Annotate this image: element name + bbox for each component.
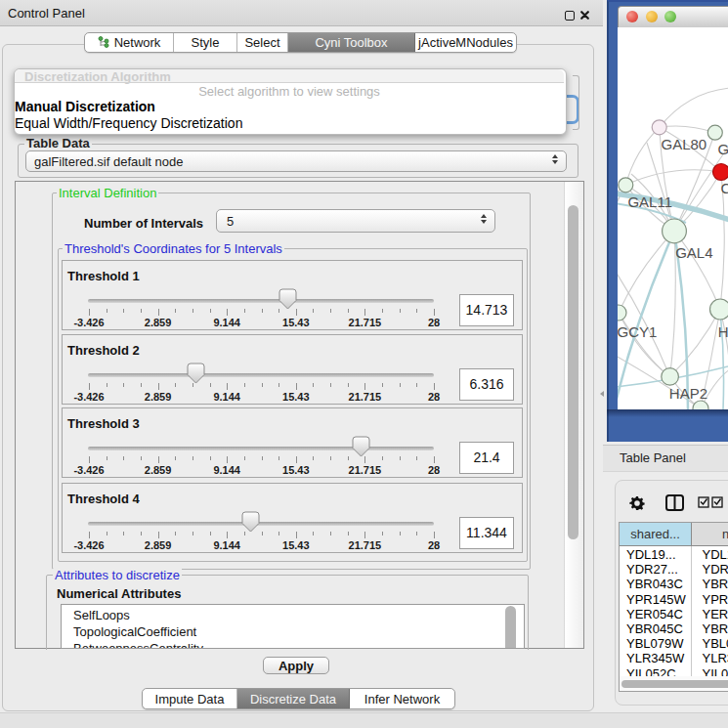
svg-text:GAL4: GAL4 (675, 244, 712, 261)
svg-text:GAL11: GAL11 (627, 193, 672, 210)
svg-text:GCY1: GCY1 (618, 323, 657, 340)
svg-text:H: H (718, 323, 728, 340)
svg-text:HAP2: HAP2 (669, 385, 707, 402)
svg-text:GA: GA (718, 141, 728, 157)
svg-text:GAL80: GAL80 (662, 136, 707, 152)
svg-text:C: C (721, 180, 728, 196)
